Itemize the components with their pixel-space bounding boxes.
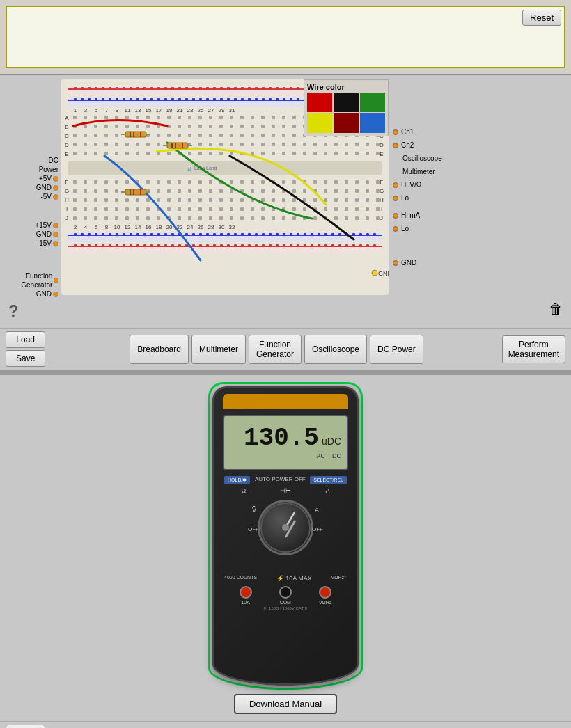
svg-rect-368 <box>355 198 359 202</box>
section-divider <box>0 370 571 375</box>
svg-rect-179 <box>73 134 77 137</box>
svg-rect-457 <box>130 233 132 236</box>
plus15v-connector[interactable] <box>53 223 58 228</box>
svg-rect-346 <box>125 198 129 202</box>
mm-port-10a-circle[interactable] <box>240 586 252 599</box>
svg-text:31: 31 <box>229 107 235 113</box>
gnd-connector-1[interactable] <box>53 185 58 191</box>
color-maroon[interactable] <box>334 113 359 133</box>
svg-rect-167 <box>261 125 265 128</box>
oscilloscope-tab-1[interactable]: Oscilloscope <box>304 335 367 364</box>
svg-rect-305 <box>324 180 327 184</box>
ch1-connector[interactable] <box>393 129 398 135</box>
plus5v-label: +5V <box>39 174 52 183</box>
svg-rect-59 <box>143 98 146 101</box>
svg-rect-312 <box>84 189 87 193</box>
svg-rect-500 <box>109 244 111 247</box>
fg-connector[interactable] <box>54 278 58 283</box>
mm-port-com-circle[interactable] <box>279 586 292 599</box>
color-red[interactable] <box>307 93 332 112</box>
svg-rect-427 <box>345 216 348 220</box>
svg-rect-188 <box>167 134 171 137</box>
fg-gnd-connector[interactable] <box>53 292 58 297</box>
svg-rect-386 <box>230 207 233 211</box>
svg-rect-501 <box>116 244 118 247</box>
svg-rect-8 <box>109 87 111 90</box>
reset-button[interactable]: Reset <box>522 10 561 26</box>
svg-rect-297 <box>240 180 244 184</box>
svg-rect-250 <box>188 152 191 155</box>
svg-rect-460 <box>150 233 153 236</box>
svg-rect-357 <box>240 198 244 202</box>
svg-rect-12 <box>136 87 139 90</box>
mm-footer: F: 150Ω | 1000V CAT II <box>224 606 347 610</box>
gnd-connector-2[interactable] <box>53 232 58 237</box>
ch2-connector[interactable] <box>393 143 398 148</box>
svg-rect-419 <box>261 216 265 220</box>
mm-display: 130.5 uDC AC DC <box>223 415 348 470</box>
mm-hold-btn[interactable]: HOLD/✱ <box>224 476 250 484</box>
lo-v-connector[interactable] <box>393 196 398 201</box>
svg-rect-198 <box>272 134 275 137</box>
svg-rect-406 <box>125 216 129 220</box>
mm-dial[interactable] <box>258 500 313 555</box>
svg-rect-459 <box>143 233 146 236</box>
top-panel: Reset <box>0 0 571 75</box>
svg-text:24: 24 <box>187 224 194 230</box>
svg-text:I: I <box>381 206 382 212</box>
hi-v-connector[interactable] <box>393 182 398 188</box>
svg-rect-79 <box>283 98 286 101</box>
multimeter-tab-1[interactable]: Multimeter <box>191 335 246 364</box>
svg-rect-366 <box>334 198 338 202</box>
help-icon[interactable]: ? <box>8 301 19 321</box>
gnd-right-connector[interactable] <box>393 260 398 266</box>
svg-rect-65 <box>185 98 188 101</box>
save-button-1[interactable]: Save <box>6 350 45 367</box>
function-generator-tab-1[interactable]: Function Generator <box>249 335 302 364</box>
svg-rect-231 <box>303 143 306 146</box>
svg-rect-490 <box>359 233 362 236</box>
dc-power-tab-1[interactable]: DC Power <box>370 335 423 364</box>
perform-button-1[interactable]: Perform Measurement <box>502 335 565 363</box>
svg-rect-81 <box>297 98 299 101</box>
lo-ma-label: Lo <box>401 225 409 232</box>
svg-rect-196 <box>251 134 254 137</box>
mm-vohz: VΩHz⁺ <box>331 575 347 582</box>
mm-port-vohz-circle[interactable] <box>319 586 331 599</box>
mm-select-btn[interactable]: SELECT/REL <box>310 476 347 484</box>
mm-dial-area: OFF V̄ Ā OFF <box>214 500 357 569</box>
svg-rect-187 <box>157 134 160 137</box>
load-button-1[interactable]: Load <box>6 331 45 348</box>
color-black[interactable] <box>334 93 359 112</box>
minus5v-connector[interactable] <box>53 194 58 200</box>
svg-rect-383 <box>198 207 202 211</box>
load-button-2[interactable]: Load <box>6 725 45 728</box>
download-manual-button[interactable]: Download Manual <box>234 694 337 714</box>
color-yellow[interactable] <box>307 113 332 133</box>
svg-rect-62 <box>164 98 167 101</box>
svg-rect-384 <box>209 207 212 211</box>
trash-icon[interactable]: 🗑 <box>549 301 563 321</box>
color-green[interactable] <box>360 93 385 112</box>
hi-ma-connector[interactable] <box>393 213 398 219</box>
left-labels: DCPower +5V GND -5V +15V <box>6 79 61 301</box>
breadboard-area[interactable]: 1 3 5 7 9 11 13 15 17 19 21 23 25 27 29 … <box>61 79 389 298</box>
svg-rect-130 <box>188 116 191 119</box>
breadboard-tab-1[interactable]: Breadboard <box>130 335 189 364</box>
notes-area[interactable]: Reset <box>6 6 565 68</box>
svg-rect-483 <box>311 233 313 236</box>
svg-rect-68 <box>206 98 209 101</box>
svg-rect-509 <box>171 244 174 247</box>
minus15v-connector[interactable] <box>53 241 58 246</box>
svg-rect-465 <box>185 233 188 236</box>
svg-rect-499 <box>102 244 104 247</box>
svg-rect-385 <box>219 207 223 211</box>
plus5v-connector[interactable] <box>53 176 58 182</box>
color-blue[interactable] <box>360 113 385 133</box>
svg-rect-508 <box>164 244 167 247</box>
svg-rect-154 <box>125 125 129 128</box>
svg-rect-418 <box>251 216 254 220</box>
mm-vohz-port: VΩHz <box>319 586 331 605</box>
svg-rect-311 <box>73 189 77 193</box>
lo-ma-connector[interactable] <box>393 226 398 232</box>
